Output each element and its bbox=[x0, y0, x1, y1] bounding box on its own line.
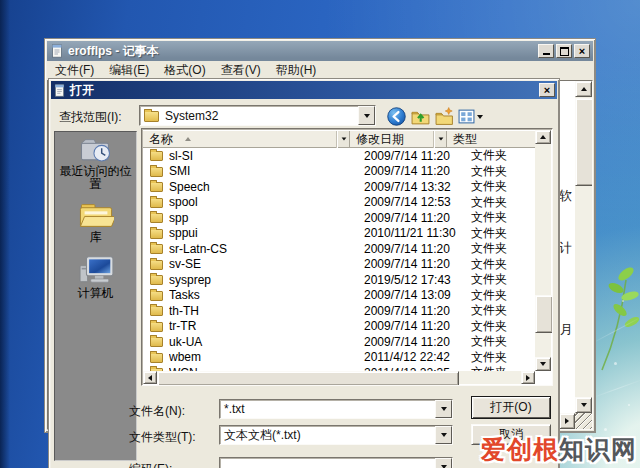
close-icon bbox=[544, 85, 550, 95]
scrollbar-thumb[interactable] bbox=[157, 371, 459, 386]
file-name: sysprep bbox=[169, 273, 364, 287]
name-filter-button[interactable] bbox=[337, 130, 350, 148]
scroll-down-button[interactable] bbox=[535, 357, 551, 371]
file-row[interactable]: th-TH2009/7/14 11:20文件夹 bbox=[143, 303, 535, 319]
file-name-combobox[interactable]: *.txt bbox=[219, 399, 453, 419]
place-label: 库 bbox=[90, 231, 102, 244]
view-menu-button[interactable] bbox=[457, 107, 483, 126]
minimize-button[interactable] bbox=[538, 44, 554, 58]
scroll-down-button[interactable] bbox=[575, 397, 592, 413]
place-label: 最近访问的位置 bbox=[55, 165, 136, 191]
place-label: 计算机 bbox=[78, 287, 114, 300]
file-row[interactable]: spp2009/7/14 11:20文件夹 bbox=[143, 210, 535, 226]
notepad-text: 计 bbox=[559, 239, 572, 257]
arrow-down-icon bbox=[581, 403, 587, 407]
file-type: 文件夹 bbox=[461, 240, 535, 257]
desktop: erofflps - 记事本 文件(F)编辑(E)格式(O)查看(V)帮助(H)… bbox=[0, 0, 640, 468]
maximize-button[interactable] bbox=[556, 44, 572, 58]
look-in-combobox[interactable]: System32 bbox=[139, 105, 376, 126]
folder-icon bbox=[150, 213, 163, 223]
file-row[interactable]: sr-Latn-CS2009/7/14 11:20文件夹 bbox=[143, 241, 535, 257]
file-row[interactable]: sv-SE2009/7/14 11:20文件夹 bbox=[143, 257, 535, 273]
file-name: sr-Latn-CS bbox=[169, 242, 364, 256]
dropdown-button[interactable] bbox=[435, 400, 452, 418]
folder-icon bbox=[150, 229, 163, 239]
wallpaper-sparkle bbox=[622, 300, 624, 302]
back-button[interactable] bbox=[386, 107, 406, 126]
up-one-level-button[interactable] bbox=[410, 107, 430, 126]
file-type-combobox[interactable]: 文本文档(*.txt) bbox=[219, 425, 453, 445]
scroll-right-button[interactable] bbox=[559, 413, 575, 429]
dialog-titlebar[interactable]: 打开 bbox=[51, 81, 557, 99]
file-row[interactable]: Tasks2009/7/14 13:09文件夹 bbox=[143, 288, 535, 304]
file-row[interactable]: SMI2009/7/14 11:20文件夹 bbox=[143, 164, 535, 180]
recent-places-icon bbox=[79, 135, 113, 164]
libraries-icon bbox=[78, 202, 114, 230]
scrollbar-thumb[interactable] bbox=[535, 295, 553, 333]
scrollbar-thumb[interactable] bbox=[575, 98, 593, 186]
folder-icon bbox=[150, 198, 163, 208]
watermark-text: 知识网 bbox=[559, 435, 637, 463]
dropdown-button[interactable] bbox=[435, 426, 452, 444]
open-button[interactable]: 打开(O) bbox=[471, 396, 551, 419]
file-row[interactable]: sysprep2019/5/12 17:43文件夹 bbox=[143, 272, 535, 288]
notepad-titlebar[interactable]: erofflps - 记事本 bbox=[47, 41, 593, 61]
close-button[interactable] bbox=[574, 44, 590, 58]
scroll-up-button[interactable] bbox=[535, 130, 551, 144]
file-type-label: 文件类型(T): bbox=[129, 429, 196, 446]
arrow-right-icon bbox=[565, 418, 569, 424]
list-hscrollbar[interactable] bbox=[143, 371, 535, 384]
dialog-close-button[interactable] bbox=[539, 83, 555, 97]
file-type: 文件夹 bbox=[461, 256, 535, 273]
file-row[interactable]: wbem2011/4/12 22:42文件夹 bbox=[143, 350, 535, 366]
file-row[interactable]: tr-TR2009/7/14 11:20文件夹 bbox=[143, 319, 535, 335]
places-bar: 最近访问的位置 库 bbox=[54, 131, 137, 461]
watermark-text: 爱创根 bbox=[481, 435, 559, 463]
menu-item[interactable]: 格式(O) bbox=[164, 62, 205, 79]
chevron-down-icon bbox=[364, 114, 370, 118]
notepad-text: 月 bbox=[560, 321, 573, 339]
file-date: 2009/7/14 11:20 bbox=[364, 242, 461, 256]
place-computer[interactable]: 计算机 bbox=[55, 255, 136, 300]
sort-ascending-icon bbox=[185, 137, 191, 141]
computer-icon bbox=[78, 255, 114, 286]
file-row[interactable]: uk-UA2009/7/14 11:20文件夹 bbox=[143, 334, 535, 350]
chevron-down-icon bbox=[441, 407, 447, 411]
encoding-label: 编码(E): bbox=[129, 461, 172, 468]
file-date: 2010/11/21 11:30 bbox=[364, 226, 461, 240]
file-type: 文件夹 bbox=[461, 271, 535, 288]
file-row[interactable]: sl-SI2009/7/14 11:20文件夹 bbox=[143, 148, 535, 164]
file-row[interactable]: spool2009/7/14 12:53文件夹 bbox=[143, 195, 535, 211]
file-row[interactable]: Speech2009/7/14 13:32文件夹 bbox=[143, 179, 535, 195]
file-type: 文件夹 bbox=[461, 318, 535, 335]
dialog-icon bbox=[53, 84, 66, 97]
file-date: 2009/7/14 12:53 bbox=[364, 195, 461, 209]
file-name: spp bbox=[169, 211, 364, 225]
place-recent-places[interactable]: 最近访问的位置 bbox=[55, 135, 136, 191]
chevron-down-icon bbox=[477, 115, 483, 119]
scroll-left-button[interactable] bbox=[143, 371, 157, 384]
place-libraries[interactable]: 库 bbox=[55, 202, 136, 244]
new-folder-button[interactable] bbox=[434, 107, 454, 126]
menu-item[interactable]: 查看(V) bbox=[221, 62, 261, 79]
menu-item[interactable]: 帮助(H) bbox=[276, 62, 317, 79]
column-header-name[interactable]: 名称 bbox=[143, 130, 337, 148]
column-header-date[interactable]: 修改日期 bbox=[350, 130, 434, 148]
file-name: wbem bbox=[169, 350, 364, 364]
menu-item[interactable]: 文件(F) bbox=[55, 62, 94, 79]
file-type: 文件夹 bbox=[461, 178, 535, 195]
file-row[interactable]: sppui2010/11/21 11:30文件夹 bbox=[143, 226, 535, 242]
dropdown-button[interactable] bbox=[435, 458, 452, 468]
date-filter-button[interactable] bbox=[434, 130, 447, 148]
list-vscrollbar[interactable] bbox=[535, 130, 551, 371]
dropdown-button[interactable] bbox=[358, 106, 375, 125]
scroll-up-button[interactable] bbox=[575, 81, 592, 97]
folder-icon bbox=[150, 322, 163, 332]
menu-item[interactable]: 编辑(E) bbox=[109, 62, 149, 79]
scroll-right-button[interactable] bbox=[521, 371, 535, 384]
resize-grip-icon[interactable] bbox=[575, 413, 592, 429]
encoding-combobox[interactable] bbox=[219, 457, 453, 468]
wallpaper-sparkle bbox=[628, 404, 630, 406]
notepad-vscrollbar[interactable] bbox=[575, 81, 592, 413]
column-label: 修改日期 bbox=[356, 131, 404, 148]
